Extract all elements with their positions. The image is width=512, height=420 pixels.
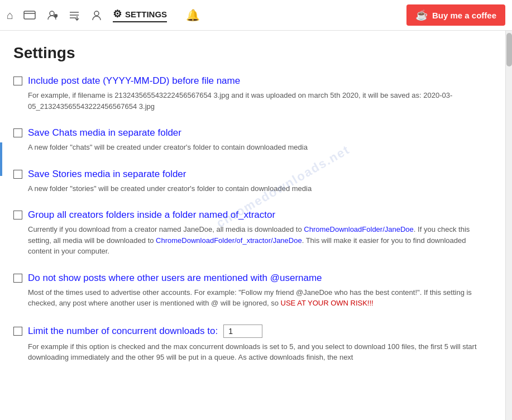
svg-point-6 <box>94 11 99 16</box>
highlight-path-2: ChromeDownloadFolder/of_xtractor/JaneDoe <box>156 236 302 245</box>
concurrent-row: Limit the number of concurrent downloads… <box>28 324 262 338</box>
desc-limit-concurrent: For example if this option is checked an… <box>28 341 490 363</box>
setting-header-4: Group all creators folders inside a fold… <box>13 209 490 221</box>
desc-save-stories: A new folder "stories" will be created u… <box>28 183 490 194</box>
setting-limit-concurrent: Limit the number of concurrent downloads… <box>13 324 490 363</box>
page-title: Settings <box>13 44 490 62</box>
left-accent <box>0 142 2 176</box>
setting-header-6: Limit the number of concurrent downloads… <box>13 324 490 338</box>
svg-point-2 <box>50 11 54 16</box>
scrollbar-thumb[interactable] <box>506 33 512 66</box>
desc-include-post-date: For example, if filename is 213243565543… <box>28 90 490 112</box>
setting-save-chats: Save Chats media in separate folder A ne… <box>13 127 490 153</box>
main-content: chromedownloads.net Settings Include pos… <box>0 31 505 420</box>
settings-nav-item[interactable]: ⚙ SETTINGS <box>113 8 167 22</box>
setting-header-3: Save Stories media in separate folder <box>13 169 490 180</box>
buy-coffee-label: Buy me a coffee <box>432 11 496 20</box>
setting-include-post-date: Include post date (YYYY-MM-DD) before fi… <box>13 75 490 112</box>
highlight-risk: USE AT YOUR OWN RISK!!! <box>281 299 374 307</box>
label-save-stories[interactable]: Save Stories media in separate folder <box>28 169 186 180</box>
label-include-post-date[interactable]: Include post date (YYYY-MM-DD) before fi… <box>28 75 240 87</box>
settings-nav-label: SETTINGS <box>125 9 167 19</box>
coffee-icon: ☕ <box>415 9 428 21</box>
user-shield-icon[interactable] <box>46 9 58 21</box>
concurrent-downloads-input[interactable] <box>223 324 262 338</box>
card-icon[interactable] <box>23 11 36 20</box>
label-limit-concurrent[interactable]: Limit the number of concurrent downloads… <box>28 326 218 337</box>
user-icon[interactable] <box>90 9 103 21</box>
home-icon[interactable]: ⌂ <box>7 9 13 22</box>
label-group-creators[interactable]: Group all creators folders inside a fold… <box>28 209 275 221</box>
setting-no-mention: Do not show posts where other users are … <box>13 273 490 309</box>
gear-icon: ⚙ <box>113 8 122 20</box>
download-list-icon[interactable] <box>68 9 80 21</box>
checkbox-limit-concurrent[interactable] <box>13 327 22 336</box>
setting-header-2: Save Chats media in separate folder <box>13 127 490 139</box>
checkbox-save-chats[interactable] <box>13 128 22 137</box>
highlight-path-1: ChromeDownloadFolder/JaneDoe <box>304 225 414 233</box>
svg-rect-0 <box>24 11 35 19</box>
setting-header-1: Include post date (YYYY-MM-DD) before fi… <box>13 75 490 87</box>
desc-no-mention: Most of the times used to advertise othe… <box>28 287 490 309</box>
checkbox-save-stories[interactable] <box>13 170 22 179</box>
checkbox-no-mention[interactable] <box>13 274 22 283</box>
label-save-chats[interactable]: Save Chats media in separate folder <box>28 127 181 139</box>
setting-save-stories: Save Stories media in separate folder A … <box>13 169 490 194</box>
top-nav: ⌂ <box>0 0 512 31</box>
page-wrapper: chromedownloads.net Settings Include pos… <box>0 31 512 420</box>
desc-group-creators: Currently if you download from a creator… <box>28 224 490 257</box>
desc-save-chats: A new folder "chats" will be created und… <box>28 142 490 153</box>
scrollbar-track[interactable] <box>505 31 512 420</box>
checkbox-group-creators[interactable] <box>13 211 22 219</box>
bell-icon[interactable]: 🔔 <box>186 8 200 22</box>
buy-coffee-button[interactable]: ☕ Buy me a coffee <box>406 4 505 26</box>
nav-icons: ⌂ <box>7 8 406 22</box>
label-no-mention[interactable]: Do not show posts where other users are … <box>28 273 322 284</box>
setting-group-creators: Group all creators folders inside a fold… <box>13 209 490 257</box>
checkbox-include-post-date[interactable] <box>13 77 22 85</box>
setting-header-5: Do not show posts where other users are … <box>13 273 490 284</box>
